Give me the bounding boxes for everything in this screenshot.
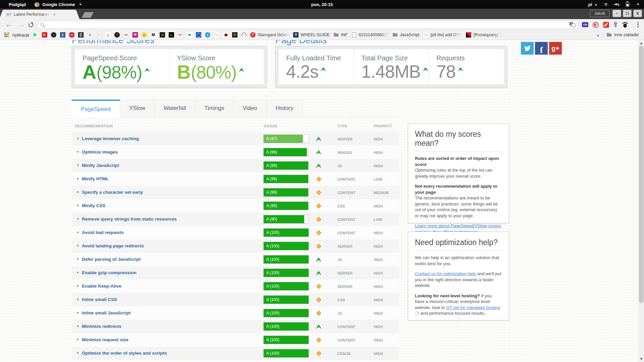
recommendation-name[interactable]: Inline small CSS	[82, 297, 117, 302]
recommendation-name[interactable]: Inline small JavaScript	[82, 310, 131, 315]
recommendation-row[interactable]: ▼Enable Keep-AliveA (100)SERVERHIGH	[72, 280, 399, 293]
trend-up-icon[interactable]	[458, 67, 463, 71]
recommendation-name[interactable]: Optimize the order of styles and scripts	[82, 351, 167, 356]
bookmark-gold-plane[interactable]: ▸	[169, 32, 174, 38]
bookmarks-overflow-chevron[interactable]: »	[597, 32, 599, 38]
browser-tab-active[interactable]: GT Latest Performance ×	[3, 10, 75, 19]
bookmark-music[interactable]: ♪	[51, 32, 56, 38]
expand-caret-icon[interactable]: ▼	[76, 191, 79, 194]
twitter-icon[interactable]	[521, 42, 534, 55]
trend-up-icon[interactable]	[423, 67, 428, 71]
tab-waterfall[interactable]: Waterfall	[155, 100, 195, 117]
recommendation-name[interactable]: Avoid landing page redirects	[82, 243, 144, 248]
expand-caret-icon[interactable]: ▼	[76, 244, 79, 247]
expand-caret-icon[interactable]: ▼	[76, 177, 79, 180]
keyboard-layout-indicator[interactable]: pl	[588, 2, 597, 7]
tab-timings[interactable]: Timings	[196, 100, 234, 117]
recommendation-name[interactable]: Minimize request size	[82, 337, 128, 342]
bookmark-tumblr[interactable]: t	[87, 32, 93, 38]
bookmark-tb7[interactable]: tb7	[178, 32, 183, 38]
recommendation-row[interactable]: ▼Remove query strings from static resour…	[72, 213, 399, 226]
app-menu[interactable]: Google Chrome	[35, 2, 82, 7]
recommendation-row[interactable]: ▼Minimize request sizeA (100)CONTENTHIGH	[72, 333, 399, 347]
tab-close-icon[interactable]: ×	[53, 12, 55, 16]
expand-caret-icon[interactable]: ▼	[76, 338, 79, 341]
bookmark-smiley[interactable]: ☺	[142, 32, 147, 38]
address-bar[interactable]	[37, 21, 578, 29]
bookmark-blue-knot[interactable]	[196, 32, 201, 38]
expand-caret-icon[interactable]: ▼	[76, 204, 79, 207]
translate-icon[interactable]	[570, 22, 575, 27]
recommendation-name[interactable]: Leverage browser caching	[82, 136, 139, 141]
tab-video[interactable]: Video	[233, 100, 266, 117]
bookmark-blue-bird[interactable]: v	[205, 32, 210, 38]
bookmark-olx[interactable]: olx	[123, 32, 129, 38]
page-scrollbar[interactable]	[638, 40, 644, 362]
bookmark-p9-lite[interactable]: xda[p9 lite] add OTG	[423, 32, 462, 38]
profile-button[interactable]: Jakub	[590, 10, 609, 17]
recommendation-row[interactable]: ▼Minify CSSA (99)CSSHIGH	[72, 199, 399, 213]
new-tab-button[interactable]	[82, 12, 94, 18]
expand-caret-icon[interactable]: ▼	[76, 231, 79, 234]
recommendation-name[interactable]: Enable gzip compression	[82, 270, 137, 275]
bookmark-barcode-doc[interactable]: 6231140068825	[351, 32, 388, 38]
bookmark-wheel-guide[interactable]: VWHEEL GUIDE	[293, 32, 330, 38]
expand-caret-icon[interactable]: ▼	[76, 311, 79, 314]
expand-caret-icon[interactable]: ▼	[76, 150, 79, 154]
recommendation-row[interactable]: ▼Leverage browser cachingB (87)SERVERHIG…	[72, 132, 399, 145]
bookmark-youtube[interactable]: ▶	[42, 32, 47, 38]
recommendation-name[interactable]: Enable Keep-Alive	[82, 284, 121, 289]
expand-caret-icon[interactable]: ▼	[76, 298, 79, 301]
recommendation-row[interactable]: ▼Inline small JavaScriptA (100)JSHIGH	[72, 306, 399, 320]
bookmark-javascript-folder[interactable]: JavaScript	[392, 32, 419, 38]
browser-menu-icon[interactable]	[637, 24, 639, 25]
expand-caret-icon[interactable]: ▼	[76, 258, 79, 261]
recommendation-name[interactable]: Optimize images	[82, 149, 118, 155]
other-bookmarks-button[interactable]: Inne zakładki	[606, 32, 639, 38]
recommendation-row[interactable]: ▼Defer parsing of JavaScriptA (100)JSHIG…	[72, 253, 399, 266]
forward-button[interactable]: →	[17, 21, 25, 28]
recommendation-name[interactable]: Specify a character set early	[82, 190, 143, 195]
tab-history[interactable]: History	[267, 100, 303, 117]
bookmark-opera[interactable]: O	[114, 32, 120, 38]
expand-caret-icon[interactable]: ▼	[76, 285, 79, 288]
gtnet-hosting-link[interactable]: GT.net for managed hosting	[446, 305, 500, 310]
address-input[interactable]	[44, 21, 570, 28]
expand-caret-icon[interactable]: ▼	[76, 164, 79, 167]
recommendation-row[interactable]: ▼Optimize imagesA (96)IMAGESHIGH	[72, 145, 399, 159]
recommendation-row[interactable]: ▼Minimize redirectsA (100)CONTENTHIGH	[72, 320, 399, 333]
recommendation-row[interactable]: ▼Enable gzip compressionA (100)SERVERHIG…	[72, 266, 399, 280]
recommendation-row[interactable]: ▼Minify JavaScriptA (99)JSHIGH	[72, 159, 399, 172]
bookmark-rozwiazany[interactable]: [Rozwiązany] Cz	[466, 32, 502, 38]
bookmark-g-gold[interactable]: G	[232, 32, 237, 38]
recommendation-name[interactable]: Minify CSS	[82, 203, 106, 208]
clock[interactable]: pon, 20:15	[311, 2, 333, 7]
wifi-icon[interactable]	[603, 2, 608, 6]
close-button[interactable]: X	[633, 10, 642, 17]
bookmark-facebook[interactable]: f	[60, 32, 65, 38]
bookmark-flame[interactable]	[223, 32, 228, 38]
expand-caret-icon[interactable]: ▼	[76, 137, 79, 140]
adblock-hand-icon[interactable]	[593, 22, 599, 28]
tab-yslow[interactable]: YSlow	[120, 100, 155, 117]
restore-button[interactable]	[623, 10, 632, 17]
scrollbar-thumb[interactable]	[639, 46, 644, 303]
bookmark-google-play[interactable]	[33, 32, 38, 38]
bookmark-film[interactable]	[78, 32, 84, 38]
bookmark-dlk[interactable]: dlk	[69, 32, 74, 38]
recommendation-row[interactable]: ▼Avoid bad requestsA (100)CONTENTHIGH	[72, 226, 399, 239]
expand-caret-icon[interactable]: ▼	[76, 218, 79, 221]
bookmark-gauge[interactable]	[241, 32, 247, 38]
recommendation-row[interactable]: ▼Avoid landing page redirectsA (100)SERV…	[72, 239, 399, 253]
recommendation-name[interactable]: Minify HTML	[82, 176, 109, 181]
lightbulb-icon[interactable]	[613, 22, 618, 28]
minimize-button[interactable]: −	[612, 10, 621, 17]
recommendation-row[interactable]: ▼Minify HTMLA (99)CONTENTLOW	[72, 172, 399, 186]
tab-pagespeed[interactable]: PageSpeed	[72, 100, 120, 117]
battery-icon[interactable]	[626, 2, 629, 7]
bookmark-starogard[interactable]: 7Starogard Gdańs	[250, 32, 289, 38]
contact-us-link[interactable]: Contact us for optimization help	[415, 271, 476, 276]
recommendation-name[interactable]: Minify JavaScript	[82, 163, 119, 168]
facebook-icon[interactable]: f	[535, 42, 548, 55]
recommendation-name[interactable]: Defer parsing of JavaScript	[82, 257, 141, 262]
